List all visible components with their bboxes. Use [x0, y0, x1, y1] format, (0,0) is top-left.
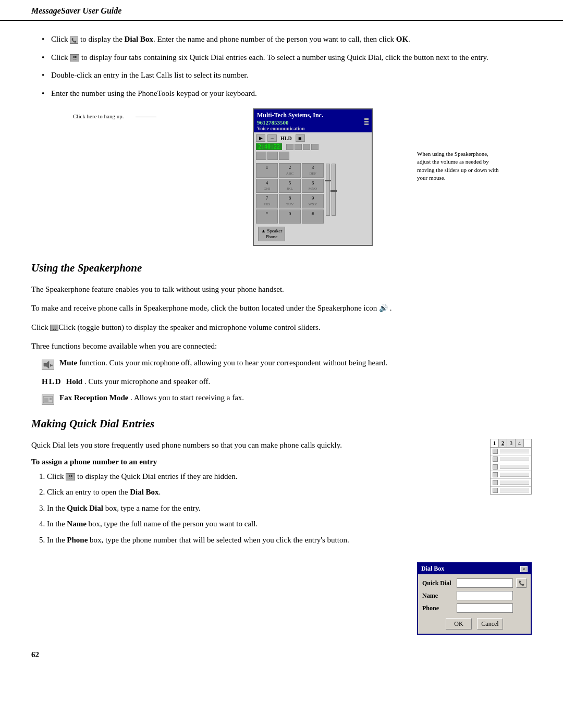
speakerphone-para4: Three functions become available when yo… [31, 340, 532, 352]
dial-box-close-button[interactable]: × [520, 566, 528, 572]
dial-box-phone-label: Phone [422, 604, 454, 612]
mute-item: ▶▶ Mute function. Cuts your microphone o… [31, 359, 532, 370]
hld-icon: HLD [42, 377, 62, 386]
phone-area: Click here to hang up. Multi-Tech System… [31, 108, 532, 246]
qd-line-2 [500, 457, 529, 461]
phone-key-star[interactable]: * [256, 209, 278, 224]
qd-entry-1 [491, 448, 531, 455]
step-2: Click an entry to open the Dial Box. [47, 486, 474, 498]
list-item: Click ☷ to display four tabs containing … [42, 52, 532, 64]
dial-box-browse-button[interactable]: 📞 [516, 578, 527, 588]
page-content: Click 📞 to display the Dial Box. Enter t… [0, 21, 563, 680]
quick-dial-heading: Making Quick Dial Entries [31, 417, 532, 430]
qd-entries [490, 447, 532, 495]
dial-box-quick-dial-label: Quick Dial [422, 579, 454, 587]
phone-top-bar: Multi-Tech Systems, Inc. 96127853500 Voi… [254, 109, 372, 132]
phone-key-6[interactable]: 6MNO [302, 179, 324, 193]
bullet-section: Click 📞 to display the Dial Box. Enter t… [31, 33, 532, 99]
phone-hld-label: HLD [280, 135, 292, 141]
phone-key-3[interactable]: 3DEF [302, 163, 324, 178]
quick-dial-panel: 1 2 3 4 [490, 439, 532, 495]
toggle-icon: ☷ [50, 325, 58, 331]
fax-item: Fax Reception Mode . Allows you to start… [31, 393, 532, 405]
page-number: 62 [31, 650, 532, 659]
phone-keypad: 1 2ABC 3DEF 4GHI 5JKL 6MNO 7PRS 8TUV 9WX… [256, 163, 324, 224]
dial-box-title-bar: Dial Box × [418, 563, 531, 574]
quick-dial-intro: Quick Dial lets you store frequently use… [31, 439, 474, 451]
qd-line-6 [500, 488, 529, 492]
phone-icon-row: ▶ → HLD ◼ [256, 134, 370, 142]
phone-key-2[interactable]: 2ABC [279, 163, 301, 178]
list-item: Enter the number using the PhoneTools ke… [42, 88, 532, 100]
speakerphone-para2: To make and receive phone calls in Speak… [31, 302, 532, 315]
dial-box-ok-button[interactable]: OK [446, 618, 472, 630]
phone-body: ▶ → HLD ◼ 2:40:22 [254, 132, 372, 245]
qd-line-1 [500, 449, 529, 453]
phone-key-7[interactable]: 7PRS [256, 194, 278, 208]
hold-item: HLD Hold . Cuts your microphone and spea… [31, 377, 532, 386]
page-header: MessageSaver User Guide [0, 0, 563, 21]
bullet-text-1: Click 📞 to display the Dial Box. Enter t… [51, 35, 410, 43]
phone-timer: 2:40:22 [256, 143, 282, 150]
phone-icon-row2 [256, 152, 370, 160]
qd-btn-5[interactable] [493, 480, 498, 485]
page-header-title: MessageSaver User Guide [31, 6, 121, 15]
phone-key-0[interactable]: 0 [279, 209, 301, 224]
qd-btn-3[interactable] [493, 464, 498, 470]
qd-btn-2[interactable] [493, 456, 498, 462]
phone-icon-btn-2[interactable]: → [267, 134, 277, 142]
svg-marker-0 [44, 361, 49, 368]
speaker-btn[interactable]: ▲ SpeakerPhone [258, 227, 285, 241]
qd-tab-3[interactable]: 3 [507, 439, 516, 447]
bullet1-text: to display the Dial Box. Enter the name … [80, 35, 410, 43]
mute-icon: ▶▶ [42, 360, 54, 370]
phone-icon-btn-1[interactable]: ▶ [256, 134, 265, 142]
click-text: Click [51, 35, 70, 43]
quickdial-step-icon: ☷ [66, 473, 75, 480]
hold-text: Hold . Cuts your microphone and speaker … [66, 377, 211, 386]
dial-box-cancel-button[interactable]: Cancel [477, 618, 503, 630]
callout-right: When using the Speakerphone, adjust the … [417, 150, 500, 182]
qd-btn-1[interactable] [493, 449, 498, 454]
phone-key-4[interactable]: 4GHI [256, 179, 278, 193]
dial-box-container: Dial Box × Quick Dial 📞 Name Phone [31, 562, 532, 635]
qd-entry-4 [491, 471, 531, 479]
dial-box-body: Quick Dial 📞 Name Phone OK Cancel [418, 574, 531, 634]
phone-timer-row: 2:40:22 [256, 143, 370, 150]
fax-text: Fax Reception Mode . Allows you to start… [59, 393, 244, 402]
qd-tab-2[interactable]: 2 [499, 439, 507, 447]
qd-tab-4[interactable]: 4 [516, 439, 524, 447]
qd-line-5 [500, 480, 529, 485]
bullet-list: Click 📞 to display the Dial Box. Enter t… [31, 33, 532, 99]
dial-box-quick-dial-input[interactable] [457, 578, 513, 588]
qd-tab-1[interactable]: 1 [491, 439, 499, 447]
quick-dial-area: Quick Dial lets you store frequently use… [31, 439, 532, 552]
dial-box-name-input[interactable] [457, 591, 513, 600]
phone-icon-btn-3[interactable]: ◼ [296, 134, 305, 142]
quickdial-icon: ☷ [70, 54, 79, 61]
dial-box-quick-dial-row: Quick Dial 📞 [422, 578, 527, 588]
qd-btn-4[interactable] [493, 472, 498, 477]
step-5: In the Phone box, type the phone number … [47, 534, 474, 546]
svg-rect-3 [44, 398, 48, 402]
qd-btn-6[interactable] [493, 488, 498, 493]
phone-key-5[interactable]: 5JKL [279, 179, 301, 193]
callout-left: Click here to hang up. [73, 113, 141, 120]
phone-key-8[interactable]: 8TUV [279, 194, 301, 208]
phone-voice: Voice communication [257, 126, 323, 131]
phone-key-1[interactable]: 1 [256, 163, 278, 178]
mute-text: Mute function. Cuts your microphone off,… [59, 359, 387, 367]
svg-rect-4 [50, 398, 52, 400]
speakerphone-heading: Using the Speakerphone [31, 262, 532, 275]
list-item: Double-click an entry in the Last Calls … [42, 69, 532, 81]
dial-box-icon: 📞 [70, 36, 78, 44]
dial-box-title-text: Dial Box [421, 565, 444, 573]
dial-box-phone-row: Phone [422, 603, 527, 613]
phone-key-hash[interactable]: # [302, 209, 324, 224]
dial-box-name-row: Name [422, 591, 527, 600]
bullet-text-3: Double-click an entry in the Last Calls … [51, 71, 248, 79]
phone-key-9[interactable]: 9WXY [302, 194, 324, 208]
list-item: Click 📞 to display the Dial Box. Enter t… [42, 33, 532, 45]
dial-box-phone-input[interactable] [457, 603, 513, 613]
dial-box-dialog: Dial Box × Quick Dial 📞 Name Phone [417, 562, 532, 635]
